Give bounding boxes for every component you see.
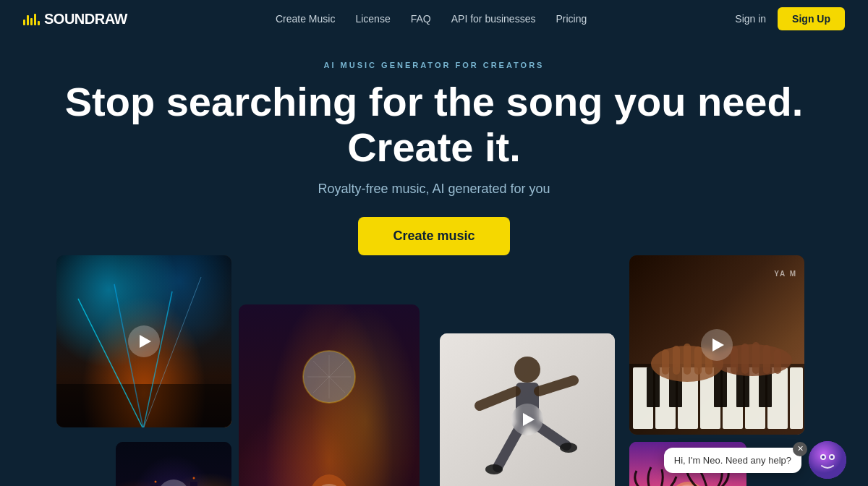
chat-message-box: ✕ Hi, I'm Neo. Need any help? [664,448,801,473]
svg-line-34 [539,380,574,391]
city-card[interactable] [116,442,231,486]
svg-point-37 [485,464,503,474]
svg-rect-11 [190,482,197,486]
disco-ball [300,348,358,406]
svg-point-38 [560,443,577,453]
chat-bubble: ✕ Hi, I'm Neo. Need any help? [664,441,846,479]
dancer-play-button[interactable] [511,404,543,435]
nav-license[interactable]: License [355,13,390,25]
chat-close-button[interactable]: ✕ [793,442,807,456]
svg-rect-57 [684,344,691,375]
svg-rect-61 [741,344,749,374]
neo-avatar-icon [809,441,846,479]
logo-icon [23,12,40,25]
svg-rect-62 [752,342,760,374]
chat-message-text: Hi, I'm Neo. Need any help? [674,455,791,466]
signup-button[interactable]: Sign Up [778,7,845,30]
svg-line-0 [78,299,143,427]
logo-text: SOUNDRAW [44,11,127,27]
hero-section: AI MUSIC GENERATOR FOR CREATORS Stop sea… [0,38,868,270]
concert-card[interactable] [56,255,231,427]
nav-api[interactable]: API for businesses [451,13,536,25]
svg-rect-58 [694,346,702,375]
piano-card[interactable]: YA M [629,255,804,435]
svg-rect-47 [790,367,803,429]
cta-create-music-button[interactable]: Create music [358,217,509,255]
chat-avatar[interactable] [809,441,846,479]
svg-rect-64 [774,349,781,374]
concert-play-button[interactable] [128,325,160,357]
logo[interactable]: SOUNDRAW [23,11,127,27]
piano-play-button[interactable] [701,329,733,361]
nav-right: Sign in Sign Up [735,7,845,30]
hero-subtitle: Royalty-free music, AI generated for you [0,182,868,197]
svg-point-15 [155,481,157,483]
disco-person [286,464,373,486]
disco-card[interactable] [239,304,420,486]
hero-title-line1: Stop searching for the song you need. [65,79,804,124]
svg-point-31 [514,357,540,383]
signin-button[interactable]: Sign in [735,13,766,25]
svg-line-33 [480,391,516,406]
hero-tagline: AI MUSIC GENERATOR FOR CREATORS [0,61,868,69]
svg-rect-55 [662,349,669,375]
svg-rect-56 [673,346,680,375]
svg-point-70 [822,456,825,459]
svg-rect-63 [763,345,770,374]
nav-faq[interactable]: FAQ [411,13,431,25]
hero-title-line2: Create it. [347,124,521,170]
svg-line-2 [143,291,172,427]
svg-point-67 [809,441,846,479]
nav-links: Create Music License FAQ API for busines… [276,12,587,25]
svg-point-71 [830,456,833,459]
nav-pricing[interactable]: Pricing [556,13,587,25]
navbar: SOUNDRAW Create Music License FAQ API fo… [0,0,868,38]
nav-create-music[interactable]: Create Music [276,13,335,25]
dancer-card[interactable] [440,333,615,486]
hero-title: Stop searching for the song you need. Cr… [0,80,868,170]
svg-point-16 [193,477,195,479]
